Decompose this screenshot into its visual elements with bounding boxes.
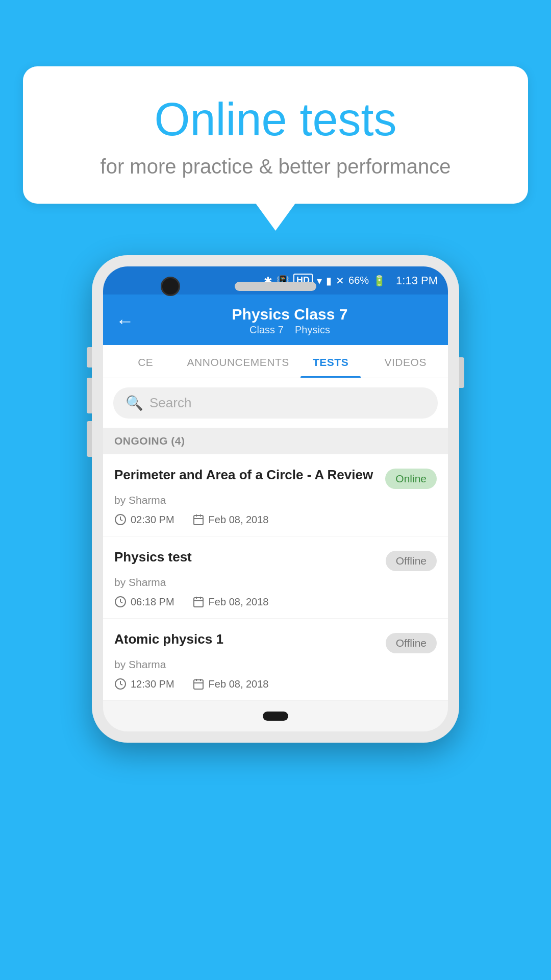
test-item-header: Perimeter and Area of a Circle - A Revie… bbox=[114, 467, 437, 489]
test-author: by Sharma bbox=[114, 658, 437, 671]
clock-icon bbox=[114, 513, 127, 526]
calendar-icon bbox=[192, 596, 205, 608]
test-meta: 12:30 PM Feb 08, 2018 bbox=[114, 678, 437, 690]
search-icon: 🔍 bbox=[126, 395, 143, 411]
clock-icon bbox=[114, 596, 127, 608]
test-item-header: Physics test Offline bbox=[114, 549, 437, 571]
test-date: Feb 08, 2018 bbox=[192, 678, 269, 690]
status-time: 1:13 PM bbox=[396, 274, 438, 287]
phone: ✱ 📳 HD ▾ ▮ ✕ 66% 🔋 bbox=[92, 255, 459, 743]
phone-wrapper: ✱ 📳 HD ▾ ▮ ✕ 66% 🔋 bbox=[31, 255, 520, 743]
phone-nav-bar bbox=[103, 701, 448, 731]
tab-videos[interactable]: VIDEOS bbox=[368, 345, 443, 378]
status-badge: Online bbox=[385, 469, 437, 489]
back-button[interactable]: ← bbox=[116, 310, 134, 332]
calendar-icon bbox=[192, 513, 205, 526]
test-author: by Sharma bbox=[114, 576, 437, 589]
tab-announcements[interactable]: ANNOUNCEMENTS bbox=[183, 345, 293, 378]
test-author: by Sharma bbox=[114, 494, 437, 506]
app-bar: ← Physics Class 7 Class 7 Physics bbox=[103, 295, 448, 345]
speech-bubble-container: Online tests for more practice & better … bbox=[23, 66, 528, 231]
speech-bubble-title: Online tests bbox=[54, 94, 497, 145]
test-item[interactable]: Atomic physics 1 Offline by Sharma 12:30… bbox=[103, 619, 448, 701]
tab-ce[interactable]: CE bbox=[108, 345, 183, 378]
test-meta: 06:18 PM Feb 08, 2018 bbox=[114, 596, 437, 608]
section-header: ONGOING (4) bbox=[103, 428, 448, 454]
svg-rect-6 bbox=[194, 598, 203, 607]
calendar-icon bbox=[192, 678, 205, 690]
test-meta: 02:30 PM Feb 08, 2018 bbox=[114, 513, 437, 526]
tabs: CE ANNOUNCEMENTS TESTS VIDEOS bbox=[103, 345, 448, 378]
test-item[interactable]: Perimeter and Area of a Circle - A Revie… bbox=[103, 454, 448, 536]
phone-button-left-mid1 bbox=[87, 378, 92, 413]
status-badge: Offline bbox=[386, 551, 437, 571]
phone-button-left-mid2 bbox=[87, 421, 92, 457]
test-time: 06:18 PM bbox=[114, 596, 174, 608]
app-bar-subtitle: Class 7 Physics bbox=[144, 324, 435, 336]
background: Online tests for more practice & better … bbox=[0, 0, 551, 980]
search-container: 🔍 Search bbox=[103, 378, 448, 428]
battery-percentage: 66% bbox=[348, 275, 369, 286]
test-time: 02:30 PM bbox=[114, 513, 174, 526]
test-item-header: Atomic physics 1 Offline bbox=[114, 631, 437, 653]
phone-button-left-top bbox=[87, 347, 92, 368]
test-date: Feb 08, 2018 bbox=[192, 596, 269, 608]
search-placeholder: Search bbox=[149, 395, 191, 411]
no-signal-icon: ✕ bbox=[336, 275, 344, 287]
search-bar[interactable]: 🔍 Search bbox=[113, 387, 438, 419]
phone-speaker bbox=[235, 282, 316, 291]
speech-bubble: Online tests for more practice & better … bbox=[23, 66, 528, 204]
app-bar-title: Physics Class 7 bbox=[144, 306, 435, 323]
svg-rect-11 bbox=[194, 680, 203, 689]
status-badge: Offline bbox=[386, 633, 437, 653]
app-bar-subtitle-subject: Physics bbox=[295, 324, 330, 335]
speech-bubble-subtitle: for more practice & better performance bbox=[54, 155, 497, 178]
wifi-icon: ▾ bbox=[317, 275, 322, 287]
signal-icon: ▮ bbox=[326, 275, 332, 287]
test-title: Perimeter and Area of a Circle - A Revie… bbox=[114, 467, 378, 484]
test-list: Perimeter and Area of a Circle - A Revie… bbox=[103, 454, 448, 701]
test-title: Atomic physics 1 bbox=[114, 631, 378, 648]
home-button[interactable] bbox=[263, 712, 288, 721]
phone-camera bbox=[161, 277, 180, 296]
test-item[interactable]: Physics test Offline by Sharma 06:18 PM bbox=[103, 536, 448, 619]
clock-icon bbox=[114, 678, 127, 690]
test-title: Physics test bbox=[114, 549, 378, 566]
tab-tests[interactable]: TESTS bbox=[293, 345, 368, 378]
speech-bubble-arrow bbox=[255, 203, 296, 231]
phone-button-right bbox=[459, 357, 464, 388]
battery-icon: 🔋 bbox=[373, 275, 386, 287]
app-bar-title-block: Physics Class 7 Class 7 Physics bbox=[144, 306, 435, 336]
test-time: 12:30 PM bbox=[114, 678, 174, 690]
test-date: Feb 08, 2018 bbox=[192, 513, 269, 526]
phone-screen: ✱ 📳 HD ▾ ▮ ✕ 66% 🔋 bbox=[103, 266, 448, 731]
svg-rect-1 bbox=[194, 516, 203, 525]
app-bar-subtitle-class: Class 7 bbox=[249, 324, 284, 335]
